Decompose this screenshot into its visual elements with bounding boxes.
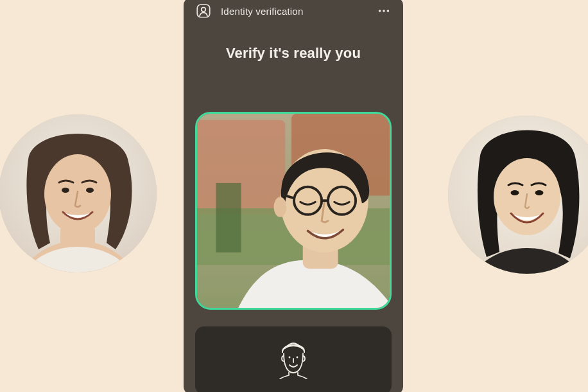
topbar-title: Identity verification [221, 6, 367, 17]
svg-point-9 [202, 8, 206, 12]
svg-rect-14 [197, 120, 285, 215]
portrait-placeholder-icon [448, 116, 588, 274]
svg-rect-17 [216, 183, 241, 253]
portrait-placeholder-icon [0, 114, 157, 272]
identity-icon [195, 3, 212, 19]
svg-point-6 [511, 190, 519, 195]
more-button[interactable] [376, 3, 392, 19]
phone-mockup: Identity verification Verify it's really… [184, 0, 403, 392]
svg-point-10 [379, 10, 381, 12]
camera-feed-placeholder-icon [197, 114, 390, 308]
page-title: Verify it's really you [184, 45, 403, 62]
svg-point-23 [289, 357, 291, 359]
svg-point-20 [274, 197, 287, 217]
svg-point-7 [535, 190, 544, 195]
svg-point-24 [297, 357, 298, 359]
avatar [448, 116, 588, 274]
avatar [0, 114, 157, 272]
topbar: Identity verification [184, 0, 403, 23]
svg-rect-8 [197, 4, 210, 17]
instruction-card [195, 326, 392, 392]
svg-point-2 [62, 188, 69, 193]
svg-point-3 [86, 188, 94, 193]
svg-point-12 [387, 10, 390, 12]
face-outline-icon [276, 338, 311, 382]
camera-viewfinder[interactable] [195, 112, 392, 310]
svg-point-11 [383, 10, 385, 12]
more-horizontal-icon [377, 4, 391, 18]
